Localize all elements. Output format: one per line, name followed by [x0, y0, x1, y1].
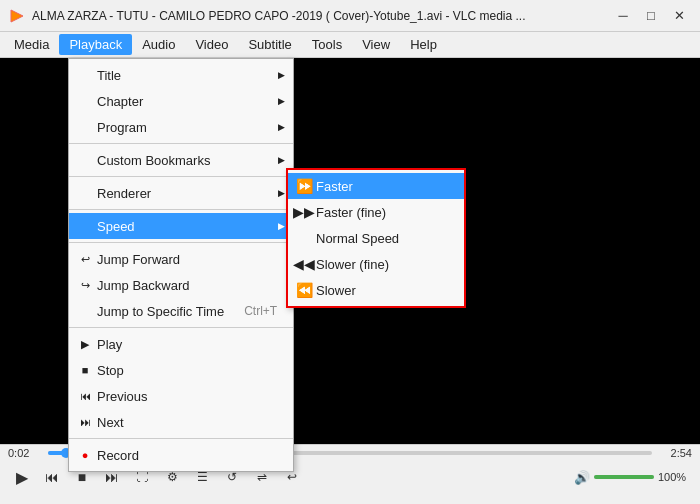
slower-label: Slower — [316, 283, 356, 298]
speed-menu: ⏩ Faster ▶▶ Faster (fine) Normal Speed ◀… — [286, 168, 466, 308]
record-icon: ● — [77, 447, 93, 463]
jump-forward-label: Jump Forward — [97, 252, 180, 267]
playback-title-item[interactable]: Title — [69, 62, 293, 88]
playback-menu: Title Chapter Program Custom Bookmarks R… — [68, 58, 294, 472]
minimize-button[interactable]: ─ — [610, 5, 636, 27]
volume-slider-container: 🔊 100% — [574, 470, 692, 485]
separator-2 — [69, 176, 293, 177]
close-button[interactable]: ✕ — [666, 5, 692, 27]
maximize-button[interactable]: □ — [638, 5, 664, 27]
faster-fine-label: Faster (fine) — [316, 205, 386, 220]
time-elapsed: 0:02 — [8, 447, 44, 459]
playback-renderer-item[interactable]: Renderer — [69, 180, 293, 206]
jump-specific-label: Jump to Specific Time — [97, 304, 224, 319]
separator-1 — [69, 143, 293, 144]
playback-previous-item[interactable]: ⏮ Previous — [69, 383, 293, 409]
speed-faster-item[interactable]: ⏩ Faster — [288, 173, 464, 199]
playback-speed-item[interactable]: Speed — [69, 213, 293, 239]
program-label: Program — [97, 120, 147, 135]
title-label: Title — [97, 68, 121, 83]
speed-label: Speed — [97, 219, 135, 234]
previous-button[interactable]: ⏮ — [38, 463, 66, 491]
volume-fill — [594, 475, 654, 479]
playback-jump-forward-item[interactable]: ↩ Jump Forward — [69, 246, 293, 272]
faster-fine-icon: ▶▶ — [296, 204, 312, 220]
speed-slower-fine-item[interactable]: ◀◀ Slower (fine) — [288, 251, 464, 277]
jump-backward-label: Jump Backward — [97, 278, 189, 293]
speed-normal-item[interactable]: Normal Speed — [288, 225, 464, 251]
volume-track[interactable] — [594, 475, 654, 479]
speed-slower-item[interactable]: ⏪ Slower — [288, 277, 464, 303]
bookmarks-label: Custom Bookmarks — [97, 153, 210, 168]
svg-marker-0 — [11, 10, 23, 22]
slower-icon: ⏪ — [296, 282, 312, 298]
time-total: 2:54 — [656, 447, 692, 459]
volume-icon: 🔊 — [574, 470, 590, 485]
next-label: Next — [97, 415, 124, 430]
play-label: Play — [97, 337, 122, 352]
menu-subtitle[interactable]: Subtitle — [238, 34, 301, 55]
next-icon: ⏭ — [77, 414, 93, 430]
separator-3 — [69, 209, 293, 210]
slower-fine-label: Slower (fine) — [316, 257, 389, 272]
separator-4 — [69, 242, 293, 243]
playback-jump-backward-item[interactable]: ↪ Jump Backward — [69, 272, 293, 298]
stop-icon: ■ — [77, 362, 93, 378]
faster-icon: ⏩ — [296, 178, 312, 194]
menu-view[interactable]: View — [352, 34, 400, 55]
menu-audio[interactable]: Audio — [132, 34, 185, 55]
window-controls: ─ □ ✕ — [610, 5, 692, 27]
menu-help[interactable]: Help — [400, 34, 447, 55]
app-icon — [8, 7, 26, 25]
jump-backward-icon: ↪ — [77, 277, 93, 293]
title-bar: ALMA ZARZA - TUTU - CAMILO PEDRO CAPO -2… — [0, 0, 700, 32]
playback-program-item[interactable]: Program — [69, 114, 293, 140]
window-title: ALMA ZARZA - TUTU - CAMILO PEDRO CAPO -2… — [32, 9, 610, 23]
slower-fine-icon: ◀◀ — [296, 256, 312, 272]
previous-label: Previous — [97, 389, 148, 404]
playback-record-item[interactable]: ● Record — [69, 442, 293, 468]
stop-label: Stop — [97, 363, 124, 378]
playback-stop-item[interactable]: ■ Stop — [69, 357, 293, 383]
play-pause-button[interactable]: ▶ — [8, 463, 36, 491]
playback-bookmarks-item[interactable]: Custom Bookmarks — [69, 147, 293, 173]
speed-faster-fine-item[interactable]: ▶▶ Faster (fine) — [288, 199, 464, 225]
volume-label: 100% — [658, 471, 692, 483]
menu-video[interactable]: Video — [185, 34, 238, 55]
playback-chapter-item[interactable]: Chapter — [69, 88, 293, 114]
menu-playback[interactable]: Playback — [59, 34, 132, 55]
jump-specific-shortcut: Ctrl+T — [224, 304, 277, 318]
faster-label: Faster — [316, 179, 353, 194]
playback-jump-specific-item[interactable]: Jump to Specific Time Ctrl+T — [69, 298, 293, 324]
playback-play-item[interactable]: ▶ Play — [69, 331, 293, 357]
jump-forward-icon: ↩ — [77, 251, 93, 267]
renderer-label: Renderer — [97, 186, 151, 201]
prev-icon: ⏮ — [77, 388, 93, 404]
normal-speed-label: Normal Speed — [316, 231, 399, 246]
separator-6 — [69, 438, 293, 439]
play-icon: ▶ — [77, 336, 93, 352]
playback-next-item[interactable]: ⏭ Next — [69, 409, 293, 435]
separator-5 — [69, 327, 293, 328]
menu-bar: Media Playback Audio Video Subtitle Tool… — [0, 32, 700, 58]
chapter-label: Chapter — [97, 94, 143, 109]
record-label: Record — [97, 448, 139, 463]
menu-media[interactable]: Media — [4, 34, 59, 55]
menu-tools[interactable]: Tools — [302, 34, 352, 55]
